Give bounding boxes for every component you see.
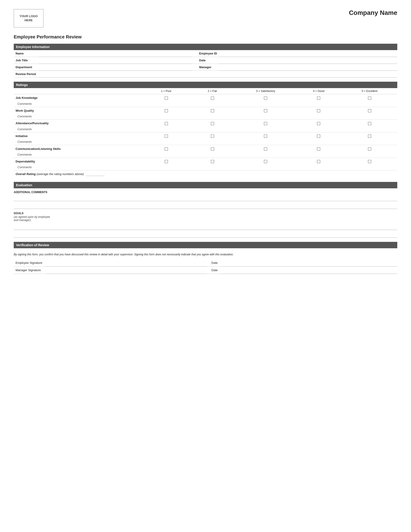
checkbox-input[interactable] [368, 147, 371, 151]
checkbox-input[interactable] [317, 109, 320, 112]
employee-date-value[interactable] [221, 259, 397, 266]
checkbox-input[interactable] [165, 96, 168, 100]
employee-id-value[interactable] [219, 50, 397, 57]
checkbox-input[interactable] [317, 122, 320, 125]
verification-header: Verification of Review [14, 242, 397, 248]
checkbox-in-2[interactable] [189, 132, 236, 139]
checkbox-dep-1[interactable] [143, 158, 189, 164]
checkbox-input[interactable] [211, 96, 214, 100]
page-header: YOUR LOGO HERE Company Name [14, 9, 397, 28]
checkbox-jk-4[interactable] [296, 94, 342, 101]
job-title-label: Job Title [14, 57, 39, 64]
evaluation-header: Evaluation [14, 182, 397, 188]
checkbox-input[interactable] [264, 122, 267, 125]
employee-id-label: Employee ID [192, 50, 219, 57]
checkbox-input[interactable] [165, 109, 168, 112]
checkbox-wq-4[interactable] [296, 107, 342, 114]
checkbox-cl-2[interactable] [189, 145, 236, 152]
name-label: Name [14, 50, 39, 57]
comments-label-dep: Comments [16, 165, 32, 169]
job-title-value[interactable] [39, 57, 192, 64]
ratings-table: 1 = Poor 2 = Fair 3 = Satisfactory 4 = G… [14, 88, 397, 178]
checkbox-cl-3[interactable] [236, 145, 296, 152]
checkbox-input[interactable] [264, 147, 267, 151]
checkbox-input[interactable] [165, 147, 168, 151]
manager-sig-value[interactable] [46, 266, 207, 274]
checkbox-input[interactable] [264, 96, 267, 100]
department-value[interactable] [39, 64, 192, 71]
name-value[interactable] [39, 50, 192, 57]
sig-row-manager: Manager Signature Date [14, 266, 397, 274]
checkbox-input[interactable] [211, 134, 214, 138]
ratings-header: Ratings [14, 82, 397, 88]
checkbox-input[interactable] [264, 160, 267, 163]
checkbox-cl-1[interactable] [143, 145, 189, 152]
checkbox-input[interactable] [211, 109, 214, 112]
employee-sig-value[interactable] [46, 259, 207, 266]
checkbox-input[interactable] [211, 147, 214, 151]
checkbox-jk-2[interactable] [189, 94, 236, 101]
checkbox-in-3[interactable] [236, 132, 296, 139]
col-header-3: 3 = Satisfactory [236, 88, 296, 94]
checkbox-input[interactable] [317, 96, 320, 100]
checkbox-input[interactable] [165, 160, 168, 163]
checkbox-input[interactable] [317, 134, 320, 138]
checkbox-in-4[interactable] [296, 132, 342, 139]
checkbox-ap-1[interactable] [143, 120, 189, 126]
review-period-value[interactable] [39, 71, 397, 77]
checkbox-input[interactable] [368, 160, 371, 163]
overall-rating-spacer [236, 171, 397, 178]
checkbox-wq-2[interactable] [189, 107, 236, 114]
checkbox-input[interactable] [317, 147, 320, 151]
checkbox-ap-3[interactable] [236, 120, 296, 126]
department-label: Department [14, 64, 39, 71]
manager-sig-label: Manager Signature [14, 266, 46, 274]
checkbox-cl-4[interactable] [296, 145, 342, 152]
checkbox-ap-2[interactable] [189, 120, 236, 126]
employee-info-header: Employee Information [14, 44, 397, 50]
manager-date-label: Date [207, 266, 221, 274]
checkbox-input[interactable] [211, 122, 214, 125]
checkbox-cl-5[interactable] [342, 145, 397, 152]
checkbox-dep-3[interactable] [236, 158, 296, 164]
checkbox-wq-3[interactable] [236, 107, 296, 114]
checkbox-dep-2[interactable] [189, 158, 236, 164]
checkbox-jk-1[interactable] [143, 94, 189, 101]
logo-text: YOUR LOGO HERE [19, 14, 37, 22]
document-title: Employee Performance Review [14, 34, 397, 40]
checkbox-input[interactable] [165, 134, 168, 138]
ratings-header-row: 1 = Poor 2 = Fair 3 = Satisfactory 4 = G… [14, 88, 397, 94]
checkbox-ap-5[interactable] [342, 120, 397, 126]
checkbox-jk-3[interactable] [236, 94, 296, 101]
category-dependability: Dependability [14, 158, 143, 164]
checkbox-input[interactable] [264, 134, 267, 138]
col-header-5: 5 = Excellent [342, 88, 397, 94]
checkbox-in-5[interactable] [342, 132, 397, 139]
checkbox-input[interactable] [317, 160, 320, 163]
checkbox-input[interactable] [264, 109, 267, 112]
manager-date-value[interactable] [221, 266, 397, 274]
checkbox-input[interactable] [165, 122, 168, 125]
checkbox-input[interactable] [368, 96, 371, 100]
checkbox-dep-5[interactable] [342, 158, 397, 164]
checkbox-wq-5[interactable] [342, 107, 397, 114]
comments-label-ap: Comments [16, 127, 32, 131]
checkbox-jk-5[interactable] [342, 94, 397, 101]
checkbox-input[interactable] [368, 122, 371, 125]
checkbox-in-1[interactable] [143, 132, 189, 139]
checkbox-ap-4[interactable] [296, 120, 342, 126]
checkbox-input[interactable] [368, 134, 371, 138]
manager-value[interactable] [219, 64, 397, 71]
checkbox-input[interactable] [368, 109, 371, 112]
overall-rating-value[interactable] [86, 172, 104, 176]
info-row-jobtitle: Job Title Date [14, 57, 397, 64]
info-row-department: Department Manager [14, 64, 397, 71]
col-header-4: 4 = Good [296, 88, 342, 94]
category-job-knowledge: Job Knowledge [14, 94, 143, 101]
checkbox-input[interactable] [211, 160, 214, 163]
signature-table: Employee Signature Date Manager Signatur… [14, 259, 397, 274]
checkbox-wq-1[interactable] [143, 107, 189, 114]
checkbox-dep-4[interactable] [296, 158, 342, 164]
date-value[interactable] [219, 57, 397, 64]
goals-sublabel: (as agreed upon by employeeand manager) [14, 215, 397, 222]
